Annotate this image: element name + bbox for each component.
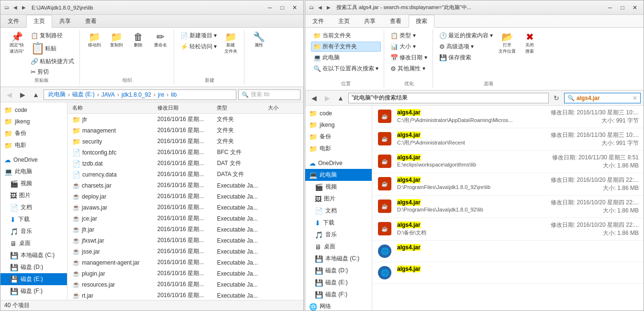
- file-row-rt[interactable]: ☕rt.jar 2016/10/16 星期... Executable Ja..…: [67, 290, 303, 300]
- right-tab-share[interactable]: 共享: [357, 15, 383, 27]
- file-row-javaws[interactable]: ☕javaws.jar 2016/10/16 星期... Executable …: [67, 202, 303, 213]
- file-row-resources[interactable]: ☕resources.jar 2016/10/16 星期... Executab…: [67, 279, 303, 290]
- file-row-plugin[interactable]: ☕plugin.jar 2016/10/16 星期... Executable …: [67, 268, 303, 279]
- address-path-box[interactable]: 此电脑 › 磁盘 (E:) › JAVA › jdk1.8.0_92 › jre…: [44, 89, 236, 100]
- paste-button[interactable]: 📋 粘贴: [28, 41, 77, 56]
- close-search-button[interactable]: ✖ 关闭搜索: [519, 31, 540, 56]
- col-size[interactable]: 大小: [266, 103, 300, 112]
- sidebar-item-disk-d[interactable]: 💾 磁盘 (D:): [0, 261, 67, 273]
- advanced-button[interactable]: ⚙ 高级选项 ▾: [437, 42, 495, 52]
- sidebar-item-disk-e[interactable]: 💾 磁盘 (E:): [0, 273, 67, 285]
- right-minimize-button[interactable]: ─: [604, 3, 616, 12]
- path-java[interactable]: JAVA: [100, 91, 116, 99]
- right-address-path[interactable]: "此电脑"中的搜索结果: [348, 93, 549, 103]
- sidebar-item-local-c[interactable]: 💾 本地磁盘 (C:): [0, 249, 67, 261]
- file-row-jfr[interactable]: 📁jfr 2016/10/16 星期... 文件夹: [67, 114, 303, 125]
- file-row-jsse[interactable]: ☕jsse.jar 2016/10/16 星期... Executable Ja…: [67, 246, 303, 257]
- size-button[interactable]: 📊 大小 ▾: [388, 42, 429, 52]
- move-to-button[interactable]: 📁 移动到: [84, 31, 105, 50]
- open-location-button[interactable]: 📂 打开文件位置: [496, 31, 518, 56]
- right-sidebar-desktop[interactable]: 🖥 桌面: [305, 241, 372, 253]
- search-result-8[interactable]: 🌐 algs4.jar: [372, 262, 644, 284]
- right-sidebar-local-c[interactable]: 💾 本地磁盘 (C:): [305, 253, 372, 265]
- sidebar-item-code[interactable]: 📁 code: [0, 104, 67, 116]
- ribbon-tab-home[interactable]: 主页: [26, 15, 52, 28]
- all-subfolder-button[interactable]: 📁 所有子文件夹: [311, 42, 381, 52]
- sidebar-item-desktop[interactable]: 🖥 桌面: [0, 237, 67, 249]
- path-disk-e[interactable]: 磁盘 (E:): [71, 90, 96, 99]
- sidebar-item-thispc[interactable]: 💻 此电脑: [0, 166, 67, 178]
- search-result-7[interactable]: 🌐 algs4.jar: [372, 241, 644, 262]
- sidebar-item-disk-f[interactable]: 💾 磁盘 (F:): [0, 285, 67, 297]
- up-button[interactable]: ▲: [30, 89, 42, 100]
- forward-button[interactable]: ▶: [17, 89, 28, 100]
- file-row-management[interactable]: 📁management 2016/10/16 星期... 文件夹: [67, 125, 303, 136]
- close-button[interactable]: ✕: [289, 3, 301, 12]
- search-result-1[interactable]: ☕ algs4.jar C:\用户\Administrator\AppData\…: [372, 106, 644, 128]
- new-folder-button[interactable]: 📁 新建文件夹: [220, 31, 241, 56]
- ribbon-tab-share[interactable]: 共享: [52, 15, 78, 27]
- right-sidebar-jikeng[interactable]: 📁 jikeng: [305, 119, 372, 131]
- path-lib[interactable]: lib: [169, 91, 178, 99]
- right-tab-file[interactable]: 文件: [305, 15, 331, 27]
- back-button[interactable]: ◀: [3, 89, 15, 100]
- sidebar-item-backup[interactable]: 📁 备份: [0, 127, 67, 139]
- file-row-security[interactable]: 📁security 2016/10/16 星期... 文件夹: [67, 136, 303, 147]
- new-item-button[interactable]: 📄 新建项目 ▾: [178, 31, 219, 41]
- sidebar-item-video[interactable]: 🎬 视频: [0, 178, 67, 189]
- col-type[interactable]: 类型: [215, 103, 266, 112]
- search-box[interactable]: 🔍 搜索 lib: [238, 89, 300, 100]
- path-thispc[interactable]: 此电脑: [47, 90, 67, 99]
- ribbon-tab-view[interactable]: 查看: [78, 15, 104, 27]
- delete-button[interactable]: 🗑 删除: [128, 31, 149, 50]
- properties-button[interactable]: 🔧 属性: [248, 31, 269, 50]
- this-pc-button[interactable]: 💻 此电脑: [311, 53, 381, 63]
- right-sidebar-disk-d[interactable]: 💾 磁盘 (D:): [305, 265, 372, 277]
- file-row-charsets[interactable]: ☕charsets.jar 2016/10/16 星期... Executabl…: [67, 180, 303, 191]
- ribbon-tab-file[interactable]: 文件: [0, 15, 26, 27]
- file-row-jce[interactable]: ☕jce.jar 2016/10/16 星期... Executable Ja.…: [67, 213, 303, 224]
- right-sidebar-music[interactable]: 🎵 音乐: [305, 229, 372, 241]
- file-row-currency[interactable]: 📄currency.data 2016/10/16 星期... DATA 文件: [67, 169, 303, 180]
- other-props-button[interactable]: ⚙ 其他属性 ▾: [388, 64, 429, 74]
- search-result-6[interactable]: ☕ algs4.jar D:\备份\文档 修改日期: 2016/10/20 星期…: [372, 218, 644, 241]
- right-sidebar-video[interactable]: 🎬 视频: [305, 181, 372, 193]
- right-sidebar-onedrive[interactable]: ☁ OneDrive: [305, 157, 372, 169]
- right-maximize-button[interactable]: □: [616, 3, 629, 12]
- right-close-button[interactable]: ✕: [629, 3, 641, 12]
- sidebar-item-movie[interactable]: 📁 电影: [0, 139, 67, 151]
- file-row-jfxswt[interactable]: ☕jfxswt.jar 2016/10/16 星期... Executable …: [67, 235, 303, 246]
- sidebar-item-picture[interactable]: 🖼 图片: [0, 189, 67, 201]
- right-refresh-nav[interactable]: ↻: [551, 92, 562, 104]
- sidebar-item-music[interactable]: 🎵 音乐: [0, 225, 67, 237]
- right-sidebar-disk-f[interactable]: 💾 磁盘 (F:): [305, 289, 372, 300]
- file-row-management-agent[interactable]: ☕management-agent.jar 2016/10/16 星期... E…: [67, 257, 303, 268]
- pin-quick-access-button[interactable]: 📌 固定"快速访问": [6, 31, 27, 56]
- right-sidebar-thispc[interactable]: 💻 此电脑: [305, 169, 372, 181]
- copy-path-button[interactable]: 📋 复制路径: [28, 31, 77, 41]
- maximize-button[interactable]: □: [276, 3, 289, 12]
- right-forward-nav[interactable]: ▶: [322, 92, 333, 104]
- clear-search-icon[interactable]: ✕: [633, 95, 637, 101]
- right-search-input[interactable]: 🔍 algs4.jar ✕: [564, 93, 641, 103]
- search-result-4[interactable]: ☕ algs4.jar D:\ProgramFiles\Java\jdk1.8.…: [372, 173, 644, 196]
- file-row-jfr-jar[interactable]: ☕jfr.jar 2016/10/16 星期... Executable Ja.…: [67, 224, 303, 235]
- copy-to-button[interactable]: 📁 复制到: [106, 31, 127, 50]
- search-result-5[interactable]: ☕ algs4.jar D:\ProgramFiles\Java\jdk1.8.…: [372, 196, 644, 218]
- right-tab-home[interactable]: 主页: [331, 15, 357, 27]
- easy-access-button[interactable]: ⚡ 轻松访问 ▾: [178, 42, 219, 52]
- date-mod-button[interactable]: 📅 修改日期 ▾: [388, 53, 429, 63]
- file-row-fontconfig[interactable]: 📄fontconfig.bfc 2016/10/16 星期... BFC 文件: [67, 147, 303, 158]
- right-back-nav[interactable]: ◀: [308, 92, 320, 104]
- search-result-2[interactable]: ☕ algs4.jar C:\用户\Administrator\Recent 修…: [372, 128, 644, 151]
- rename-button[interactable]: ✏ 重命名: [150, 31, 171, 50]
- col-date[interactable]: 修改日期: [155, 103, 215, 112]
- right-tab-search[interactable]: 搜索: [409, 15, 434, 28]
- sidebar-item-document[interactable]: 📄 文档: [0, 201, 67, 213]
- recent-search-button[interactable]: 🕐 最近的搜索内容 ▾: [437, 31, 495, 41]
- sidebar-item-onedrive[interactable]: ☁ OneDrive: [0, 154, 67, 166]
- search-result-3[interactable]: ☕ algs4.jar E:\eclips\workspace\algorith…: [372, 151, 644, 173]
- right-sidebar-movie[interactable]: 📁 电影: [305, 143, 372, 155]
- minimize-button[interactable]: ─: [264, 3, 276, 12]
- sidebar-item-jikeng[interactable]: 📁 jikeng: [0, 116, 67, 127]
